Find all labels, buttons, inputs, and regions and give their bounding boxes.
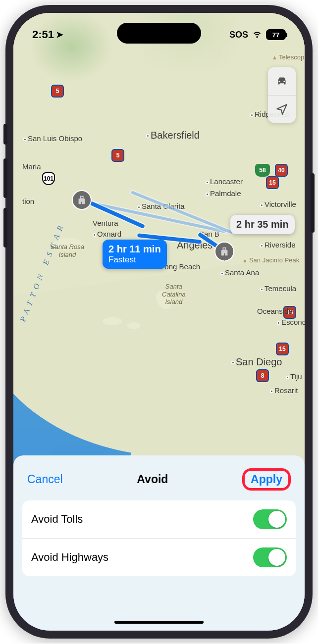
cancel-button[interactable]: Cancel — [27, 473, 63, 486]
avoid-highways-toggle[interactable] — [253, 547, 287, 567]
city-label: Maria — [22, 162, 41, 171]
car-icon — [275, 75, 288, 88]
side-button-vol-down — [3, 208, 7, 248]
route-time: 2 hr 35 min — [236, 219, 289, 230]
city-label: San Luis Obispo — [23, 134, 82, 143]
side-button-vol-up — [3, 158, 7, 198]
city-label: Bakersfield — [146, 130, 200, 141]
city-label: San Diego — [231, 356, 282, 368]
side-button-power — [311, 173, 315, 233]
destination-pin[interactable] — [214, 242, 234, 261]
route-time: 2 hr 11 min — [108, 244, 161, 254]
route-sub: Fastest — [108, 255, 161, 265]
option-label: Avoid Tolls — [31, 513, 83, 526]
highway-shield-i40: 40 — [275, 164, 288, 177]
location-services-icon: ➤ — [56, 29, 63, 40]
map-controls — [268, 67, 296, 123]
city-label: Riverside — [260, 241, 296, 249]
highway-shield-i15: 15 — [276, 343, 289, 355]
city-label: Oceanside — [257, 307, 293, 315]
alt-route-badge[interactable]: 2 hr 35 min — [230, 215, 295, 234]
screen: 2:51 ➤ SOS 77 PATTON ESCAR — [13, 13, 305, 631]
city-label: Palmdale — [206, 189, 241, 198]
locate-me-button[interactable] — [268, 95, 296, 123]
location-arrow-icon — [275, 103, 288, 116]
option-label: Avoid Highways — [31, 551, 108, 564]
avoid-tolls-toggle[interactable] — [253, 509, 287, 529]
avoid-option-list: Avoid Tolls Avoid Highways — [22, 500, 296, 576]
city-label: Rosarit — [270, 386, 298, 395]
wifi-icon — [252, 29, 262, 41]
sheet-title: Avoid — [137, 473, 168, 486]
home-indicator[interactable] — [114, 621, 204, 624]
transport-mode-button[interactable] — [268, 67, 296, 95]
primary-route-badge[interactable]: 2 hr 11 min Fastest — [103, 240, 167, 269]
origin-pin[interactable] — [72, 190, 92, 210]
city-label: tion — [22, 197, 34, 205]
battery-icon: 77 — [266, 29, 286, 40]
avoid-highways-row: Avoid Highways — [22, 538, 296, 576]
side-button-mute — [3, 124, 7, 145]
dynamic-island — [117, 23, 201, 44]
status-sos: SOS — [229, 30, 248, 40]
status-time: 2:51 — [32, 28, 54, 41]
highway-shield-i8: 8 — [256, 369, 269, 382]
highway-shield-101: 101 — [42, 172, 55, 185]
island-shape — [127, 322, 140, 329]
battery-percent: 77 — [267, 31, 285, 39]
city-label: Santa Ana — [220, 268, 259, 277]
highway-shield-i5: 5 — [51, 85, 64, 98]
apply-button[interactable]: Apply — [242, 468, 291, 491]
city-label: Ventura — [93, 219, 118, 227]
island-shape — [103, 317, 122, 325]
avoid-tolls-row: Avoid Tolls — [22, 500, 296, 538]
island-label: Santa Rosa Island — [51, 243, 84, 258]
city-label: Oxnard — [93, 230, 121, 238]
sheet-header: Cancel Avoid Apply — [22, 466, 296, 500]
city-label: Tiju — [286, 372, 302, 381]
highway-shield-58: 58 — [255, 164, 270, 177]
avoid-sheet: Cancel Avoid Apply Avoid Tolls Avoid Hig… — [13, 455, 305, 631]
city-label: Escondi — [277, 318, 305, 326]
city-label: Temecula — [260, 284, 296, 293]
city-label: Victorville — [260, 200, 296, 208]
island-label: Santa Catalina Island — [162, 283, 186, 306]
peak-label: Telescop — [272, 53, 304, 61]
peak-label: San Jacinto Peak — [242, 256, 299, 264]
highway-shield-i5: 5 — [111, 149, 124, 162]
city-label: Lancaster — [206, 177, 243, 186]
highway-shield-i15: 15 — [266, 176, 279, 189]
phone-frame: 2:51 ➤ SOS 77 PATTON ESCAR — [5, 5, 313, 639]
